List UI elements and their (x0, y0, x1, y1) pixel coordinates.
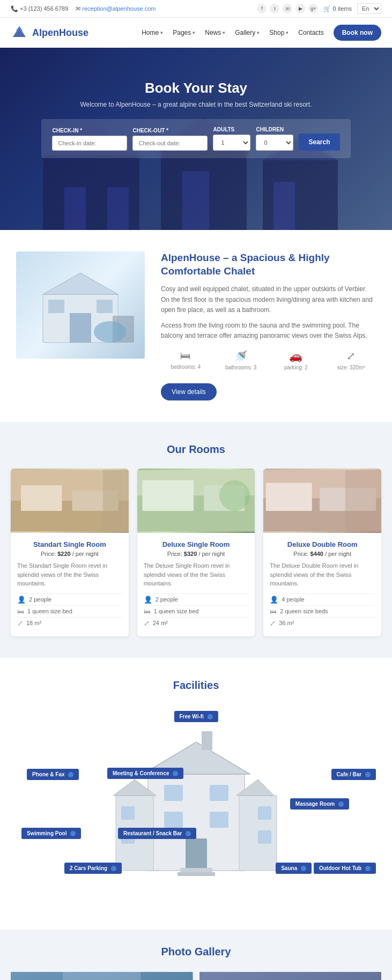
feature-parking: 🚗 parking: 2 (271, 350, 321, 370)
svg-rect-9 (64, 187, 86, 230)
facility-phone[interactable]: Phone & Fax (27, 769, 79, 780)
size-label: size: 320m² (337, 365, 365, 370)
language-select[interactable]: En De (357, 3, 381, 14)
checkin-label: CHECK-IN * (52, 128, 127, 133)
hero-subtitle: Welcome to AlpenHouse – a great alpine c… (80, 101, 312, 108)
instagram-icon[interactable]: in (283, 4, 292, 13)
bed-spec-icon-2: 🛏 (270, 607, 277, 615)
gallery-item-0[interactable] (11, 971, 193, 980)
room-name-1: Deluxe Single Room (144, 540, 249, 548)
svg-rect-34 (345, 470, 381, 532)
svg-rect-24 (103, 470, 129, 532)
room-name-0: Standart Single Room (17, 540, 122, 548)
facility-meeting[interactable]: Meeting & Conference (107, 768, 183, 779)
gallery-section: Photo Gallery (0, 930, 392, 980)
children-select[interactable]: 0123 (256, 135, 293, 151)
nav-links: Home ▾ Pages ▾ News ▾ Gallery ▾ Shop ▾ C… (142, 25, 381, 41)
facility-swimming[interactable]: Swimming Pool (21, 828, 81, 839)
navbar: AlpenHouse Home ▾ Pages ▾ News ▾ Gallery… (0, 18, 392, 48)
room-desc-0: The Standart Single Room revel in splend… (17, 561, 122, 588)
gallery-title: Photo Gallery (11, 946, 381, 958)
about-image (16, 251, 145, 359)
nav-pages[interactable]: Pages ▾ (173, 29, 195, 36)
facility-cafe[interactable]: Cafe / Bar (331, 769, 376, 780)
svg-rect-17 (97, 300, 113, 313)
size-icon: ⤢ (346, 350, 356, 362)
social-icons: f t in ▶ g+ (257, 4, 318, 13)
cart-info[interactable]: 🛒 0 items (323, 5, 352, 12)
checkout-input[interactable] (132, 136, 208, 151)
adults-select[interactable]: 1234 (213, 135, 250, 151)
car-icon: 🚗 (289, 350, 302, 362)
children-label: CHILDREN (256, 127, 293, 132)
room-img-svg-1 (137, 469, 255, 533)
top-bar-right: f t in ▶ g+ 🛒 0 items En De (257, 3, 381, 14)
twitter-icon[interactable]: t (270, 4, 279, 13)
svg-point-19 (94, 321, 126, 343)
googleplus-icon[interactable]: g+ (308, 4, 318, 13)
svg-rect-43 (164, 812, 183, 828)
about-section: AlpenHouse – a Spacious & Highly Comfort… (0, 230, 392, 422)
svg-rect-11 (182, 171, 209, 230)
svg-rect-32 (266, 483, 312, 511)
svg-rect-15 (70, 313, 91, 343)
facility-wifi[interactable]: Free Wi-fi (174, 711, 218, 722)
svg-rect-48 (177, 872, 215, 876)
rooms-title: Our Rooms (11, 443, 381, 456)
facility-restaurant[interactable]: Restaurant / Snack Bar (118, 828, 196, 839)
room-body-0: Standart Single Room Price: $220 / per n… (11, 533, 129, 636)
gallery-grid (11, 971, 381, 980)
nav-gallery[interactable]: Gallery ▾ (235, 29, 260, 36)
children-group: CHILDREN 0123 (256, 127, 293, 151)
top-bar: 📞 +3 (123) 456 6789 ✉ reception@alpenhou… (0, 0, 392, 18)
feature-size: ⤢ size: 320m² (326, 350, 376, 370)
facility-house-container (105, 731, 287, 881)
booking-form: CHECK-IN * CHECK-OUT * ADULTS 1234 CHILD… (41, 119, 350, 158)
room-spec-2-2: ⤢ 36 m² (270, 617, 375, 629)
svg-rect-46 (202, 731, 212, 750)
svg-rect-42 (210, 785, 228, 801)
gallery-item-1[interactable] (199, 971, 382, 980)
people-icon: 👤 (17, 596, 26, 604)
nav-news[interactable]: News ▾ (205, 29, 225, 36)
bedrooms-label: bedrooms: 4 (171, 364, 201, 370)
nav-shop[interactable]: Shop ▾ (269, 29, 289, 36)
nav-home[interactable]: Home ▾ (142, 29, 163, 36)
room-image-0 (11, 469, 129, 533)
feature-bedrooms: 🛏 bedrooms: 4 (161, 350, 211, 370)
room-name-2: Deluxe Double Room (270, 540, 375, 548)
logo[interactable]: AlpenHouse (11, 24, 88, 41)
nav-contacts[interactable]: Contacts (298, 29, 323, 36)
facility-sauna[interactable]: Sauna (276, 863, 312, 874)
facebook-icon[interactable]: f (257, 4, 267, 13)
search-button[interactable]: Search (299, 133, 339, 151)
room-specs-1: 👤 2 people 🛏 1 queen size bed ⤢ 24 m² (144, 593, 249, 629)
room-specs-0: 👤 2 people 🛏 1 queen size bed ⤢ 18 m² (17, 593, 122, 629)
facilities-title: Facilities (11, 679, 381, 692)
people-icon-1: 👤 (144, 596, 152, 604)
youtube-icon[interactable]: ▶ (295, 4, 305, 13)
room-price-2: Price: $440 / per night (270, 551, 375, 557)
book-now-button[interactable]: Book now (334, 25, 381, 41)
facility-cars-parking[interactable]: 2 Cars Parking (64, 863, 122, 874)
room-desc-1: The Deluxe Single Room revel in splendid… (144, 561, 249, 588)
svg-rect-51 (258, 806, 271, 820)
checkout-label: CHECK-OUT * (132, 128, 208, 133)
svg-rect-47 (180, 868, 212, 872)
facility-hottub[interactable]: Outdoor Hot Tub (314, 863, 376, 874)
room-img-svg-0 (11, 469, 129, 533)
room-price-0: Price: $220 / per night (17, 551, 122, 557)
facility-house-svg (105, 731, 287, 881)
view-details-button[interactable]: View details (161, 383, 217, 400)
svg-rect-22 (21, 486, 62, 511)
facility-massage[interactable]: Massage Room (290, 798, 349, 810)
bed-spec-icon-1: 🛏 (144, 607, 151, 615)
svg-marker-14 (43, 273, 118, 294)
svg-rect-12 (273, 182, 295, 230)
about-para1: Cosy and well equipped chalet, situated … (161, 284, 376, 315)
checkin-input[interactable] (52, 136, 127, 151)
svg-rect-27 (142, 480, 194, 511)
room-img-svg-2 (263, 469, 381, 533)
room-spec-1-1: 🛏 1 queen size bed (144, 605, 249, 617)
email-info[interactable]: ✉ reception@alpenhouse.com (76, 5, 156, 12)
